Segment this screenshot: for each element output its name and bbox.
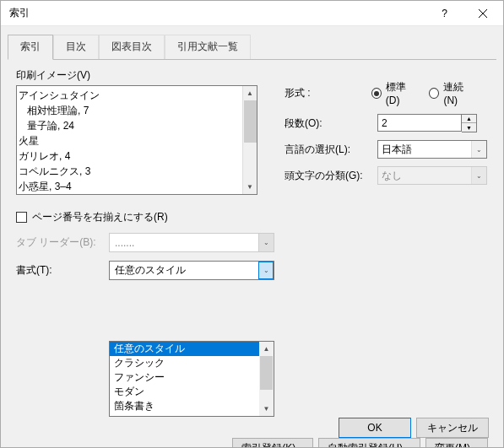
close-button[interactable]	[463, 2, 501, 25]
style-option[interactable]: モダン	[110, 385, 274, 399]
preview-scrollbar[interactable]: ▲ ▼	[242, 86, 257, 194]
window-title: 索引	[9, 6, 425, 20]
format-label: 形式 :	[285, 86, 371, 100]
style-option[interactable]: クラシック	[110, 356, 274, 370]
scroll-down-icon[interactable]: ▼	[243, 180, 257, 194]
tab-index[interactable]: 索引	[8, 35, 53, 60]
language-label: 言語の選択(L):	[285, 143, 377, 157]
columns-stepper[interactable]: ▲▼	[377, 114, 477, 132]
print-preview: アインシュタイン 相対性理論, 7 量子論, 24 火星 ガリレオ, 4 コペル…	[16, 85, 257, 195]
initial-label: 頭文字の分類(G):	[285, 169, 377, 183]
radio-standard[interactable]: 標準(D)	[371, 80, 418, 106]
mark-entry-button[interactable]: 索引登録(K)...	[232, 438, 313, 448]
preview-line: 小惑星, 3–4	[19, 179, 255, 194]
style-option[interactable]: ファンシー	[110, 370, 274, 385]
style-option[interactable]: 任意のスタイル	[110, 342, 274, 356]
ok-button[interactable]: OK	[339, 418, 411, 438]
style-dropdown[interactable]: 任意のスタイル クラシック ファンシー モダン 箇条書き ▲ ▼	[109, 341, 274, 417]
scroll-down-icon[interactable]: ▼	[259, 402, 274, 416]
preview-line: コペルニクス, 3	[19, 164, 255, 179]
dialog-buttons: OK キャンセル	[339, 418, 489, 438]
titlebar: 索引 ?	[1, 1, 503, 26]
scroll-up-icon[interactable]: ▲	[243, 86, 257, 100]
dropdown-scrollbar[interactable]: ▲ ▼	[259, 342, 274, 416]
tab-figures[interactable]: 図表目次	[99, 35, 165, 59]
style-option[interactable]: 箇条書き	[110, 399, 274, 413]
scroll-thumb[interactable]	[244, 100, 257, 143]
language-combo[interactable]: 日本語 ⌄	[377, 140, 487, 159]
auto-mark-button[interactable]: 自動索引登録(U)...	[318, 438, 420, 448]
chevron-down-icon[interactable]: ⌄	[471, 141, 486, 158]
style-combo[interactable]: 任意のスタイル ⌄	[109, 261, 274, 280]
modify-button[interactable]: 変更(M)...	[425, 438, 488, 448]
scroll-up-icon[interactable]: ▲	[259, 342, 274, 356]
preview-line: 大気	[19, 194, 255, 195]
chevron-down-icon: ⌄	[471, 167, 486, 184]
preview-line: 火星	[19, 133, 255, 148]
style-label: 書式(T):	[16, 263, 109, 278]
radio-continuous[interactable]: 連続(N)	[429, 80, 475, 106]
tab-leader-label: タブ リーダー(B):	[16, 235, 109, 250]
tab-toc[interactable]: 目次	[53, 35, 99, 59]
help-button[interactable]: ?	[425, 2, 463, 25]
checkbox-icon[interactable]	[16, 212, 27, 223]
tab-leader-combo: ....... ⌄	[109, 233, 274, 252]
spin-up-icon[interactable]: ▲	[462, 115, 476, 123]
options-column: 形式 : 標準(D) 連続(N) 段数(O): ▲▼ 言語の選択(L): 日本語…	[285, 80, 487, 192]
initial-combo: なし ⌄	[377, 166, 487, 185]
dialog-body: 印刷イメージ(V) アインシュタイン 相対性理論, 7 量子論, 24 火星 ガ…	[1, 60, 503, 447]
preview-label: 印刷イメージ(V)	[16, 69, 90, 81]
columns-input[interactable]	[377, 114, 462, 132]
chevron-down-icon[interactable]: ⌄	[258, 262, 274, 279]
tab-citations[interactable]: 引用文献一覧	[165, 35, 251, 59]
right-align-label: ページ番号を右揃えにする(R)	[32, 210, 168, 224]
preview-line: ガリレオ, 4	[19, 148, 255, 164]
preview-line: 相対性理論, 7	[19, 103, 255, 118]
action-buttons: 索引登録(K)... 自動索引登録(U)... 変更(M)...	[232, 438, 488, 448]
scroll-thumb[interactable]	[260, 356, 273, 390]
chevron-down-icon: ⌄	[258, 234, 274, 251]
columns-label: 段数(O):	[285, 116, 377, 131]
preview-line: 量子論, 24	[19, 118, 255, 133]
spin-down-icon[interactable]: ▼	[462, 123, 476, 132]
right-align-checkbox[interactable]: ページ番号を右揃えにする(R)	[16, 210, 488, 224]
preview-line: アインシュタイン	[19, 88, 255, 103]
cancel-button[interactable]: キャンセル	[416, 418, 489, 438]
tab-strip: 索引 目次 図表目次 引用文献一覧	[1, 26, 503, 59]
